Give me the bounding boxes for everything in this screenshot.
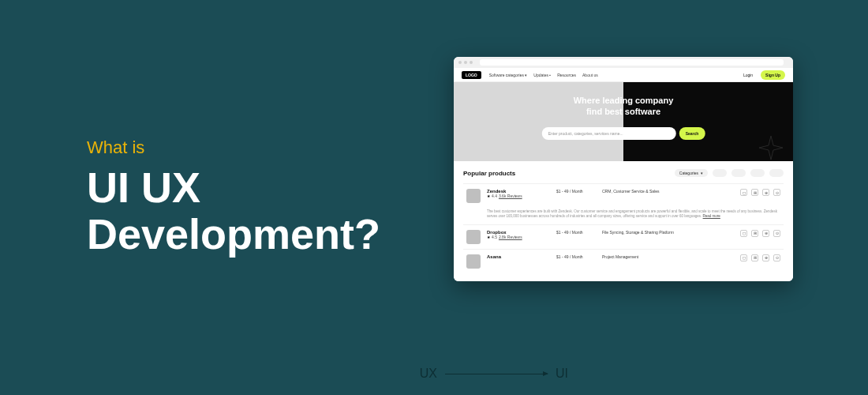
window-dot [464, 61, 467, 64]
more-icon[interactable]: ⊙ [773, 189, 780, 196]
reviews-link[interactable]: 2.8k Reviews [499, 235, 522, 239]
reviews-link[interactable]: 3.6k Reviews [499, 194, 522, 198]
product-name: Asana [487, 254, 550, 259]
nav-updates[interactable]: Updates ▪ [533, 73, 551, 77]
nav-resources[interactable]: Resources [557, 73, 576, 77]
browser-chrome [454, 57, 793, 68]
product-category: Project Management [602, 254, 734, 259]
product-logo [466, 189, 481, 203]
headline-line-2: Development? [87, 210, 380, 258]
star-icon: ★ [487, 194, 490, 198]
categories-dropdown[interactable]: Categories ▾ [675, 169, 708, 177]
search-button[interactable]: Search [679, 127, 705, 140]
product-row[interactable]: Dropbox ★ 4.5 2.8k Reviews $1 - 49 / Mon… [463, 224, 784, 249]
ui-label: UI [556, 367, 568, 381]
eyebrow-text: What is [87, 137, 442, 158]
grid-icon[interactable]: ⊞ [751, 230, 758, 237]
more-icon[interactable]: ⊙ [773, 254, 780, 261]
headline: UI UX Development? [87, 164, 442, 258]
filter-pill[interactable] [713, 169, 727, 177]
product-category: CRM, Customer Service & Sales [602, 189, 734, 194]
search-input[interactable]: Enter product, categories, services name… [542, 127, 676, 140]
login-link[interactable]: Login [743, 73, 753, 77]
nav-categories[interactable]: Software categories ▾ [489, 73, 528, 77]
product-price: $1 - 49 / Month [556, 254, 596, 259]
product-logo [466, 254, 481, 269]
product-price: $1 - 49 / Month [556, 189, 596, 194]
bookmark-icon[interactable]: ◻ [740, 230, 747, 237]
grid-icon[interactable]: ⊞ [751, 189, 758, 196]
product-price: $1 - 49 / Month [556, 230, 596, 235]
signup-button[interactable]: Sign Up [761, 70, 785, 80]
globe-icon[interactable]: ⊕ [762, 230, 769, 237]
star-icon: ★ [487, 235, 490, 239]
product-row[interactable]: Zendesk ★ 4.4 3.6k Reviews $1 - 49 / Mon… [463, 183, 784, 208]
read-more-link[interactable]: Read more [703, 214, 720, 218]
product-category: File Syncing, Storage & Sharing Platform [602, 230, 734, 235]
ux-to-ui-label: UX UI [420, 367, 568, 381]
star-decoration-icon [755, 134, 787, 166]
window-dot [458, 61, 462, 64]
product-logo [466, 230, 481, 244]
bookmark-icon[interactable]: ◻ [740, 189, 747, 196]
globe-icon[interactable]: ⊕ [762, 254, 769, 261]
website-mockup: LOGO Software categories ▾ Updates ▪ Res… [454, 57, 793, 281]
bookmark-icon[interactable]: ◻ [740, 254, 747, 261]
globe-icon[interactable]: ⊕ [762, 189, 769, 196]
section-title: Popular products [463, 170, 515, 177]
top-nav: LOGO Software categories ▾ Updates ▪ Res… [454, 68, 793, 82]
more-icon[interactable]: ⊙ [773, 230, 780, 237]
ux-label: UX [420, 367, 437, 381]
window-dot [470, 61, 473, 64]
arrow-icon [445, 374, 548, 374]
site-logo[interactable]: LOGO [462, 71, 481, 79]
grid-icon[interactable]: ⊞ [751, 254, 758, 261]
hero-title: Where leading company find best software [496, 95, 751, 118]
product-description: The best customer experiences are built … [463, 208, 784, 224]
product-row[interactable]: Asana $1 - 49 / Month Project Management… [463, 249, 784, 273]
headline-line-1: UI UX [87, 164, 200, 211]
hero-section: Where leading company find best software… [454, 82, 793, 161]
filter-pill[interactable] [750, 169, 765, 177]
url-bar[interactable] [480, 59, 784, 66]
filter-pill[interactable] [769, 169, 784, 177]
filter-pill[interactable] [731, 169, 746, 177]
nav-about[interactable]: About us [582, 73, 598, 77]
